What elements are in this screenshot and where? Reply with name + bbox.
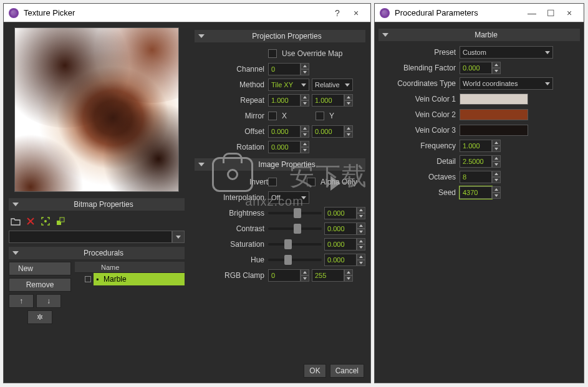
ok-button[interactable]: OK (304, 364, 325, 378)
spin-up[interactable] (301, 94, 309, 100)
saturation-input[interactable]: 0.000 (324, 238, 365, 251)
offset-x-input[interactable]: 0.000 (268, 125, 309, 138)
hue-slider[interactable] (268, 254, 322, 266)
spin-up[interactable] (357, 254, 365, 260)
spin-up[interactable] (301, 125, 309, 131)
maximize-button[interactable]: ☐ (541, 6, 560, 21)
octaves-input[interactable]: 8 (460, 171, 501, 183)
move-down-button[interactable]: ↓ (36, 294, 61, 308)
spin-down[interactable] (492, 161, 501, 168)
spin-up[interactable] (357, 207, 365, 213)
focus-icon[interactable] (40, 216, 51, 227)
vein-color-3-swatch[interactable] (460, 125, 528, 136)
settings-button[interactable]: ✲ (27, 310, 52, 324)
open-folder-icon[interactable] (10, 216, 21, 227)
spin-down[interactable] (344, 275, 353, 282)
spin-down[interactable] (301, 69, 309, 75)
detail-input[interactable]: 2.5000 (460, 155, 501, 168)
spin-down[interactable] (357, 229, 365, 235)
repeat-x-input[interactable]: 1.000 (268, 94, 309, 107)
image-properties-header[interactable]: Image Properties (195, 158, 365, 171)
input-value: 8 (460, 171, 492, 183)
help-button[interactable]: ? (328, 6, 347, 21)
spin-up[interactable] (301, 141, 309, 147)
field-label: RGB Clamp (195, 271, 268, 280)
spin-down[interactable] (492, 68, 501, 74)
titlebar: Texture Picker ? × (4, 4, 370, 22)
close-button[interactable]: × (560, 6, 579, 21)
saturation-slider[interactable] (268, 238, 322, 251)
spin-up[interactable] (344, 125, 353, 131)
spin-up[interactable] (344, 94, 353, 100)
contrast-input[interactable]: 0.000 (324, 222, 365, 235)
spin-up[interactable] (301, 63, 309, 69)
channel-input[interactable]: 0 (268, 63, 309, 75)
hue-input[interactable]: 0.000 (324, 254, 365, 266)
spin-down[interactable] (357, 260, 365, 266)
spin-up[interactable] (344, 269, 353, 275)
procedurals-header[interactable]: Procedurals (9, 247, 185, 259)
vein-color-2-swatch[interactable] (460, 109, 528, 120)
bitmap-path-field[interactable] (9, 231, 172, 243)
use-override-checkbox[interactable] (268, 49, 277, 58)
blending-factor-input[interactable]: 0.000 (460, 62, 501, 74)
bitmap-path-dropdown[interactable] (172, 231, 185, 243)
method-mode-dropdown[interactable]: Relative (312, 79, 353, 91)
rotation-input[interactable]: 0.000 (268, 141, 309, 153)
invert-checkbox[interactable] (268, 178, 277, 186)
bitmap-properties-header[interactable]: Bitmap Properties (9, 198, 185, 211)
spin-up[interactable] (492, 62, 501, 68)
mirror-y-checkbox[interactable] (316, 112, 324, 120)
brightness-slider[interactable] (268, 207, 322, 219)
new-button[interactable]: New (9, 262, 71, 275)
spin-down[interactable] (492, 177, 501, 183)
spin-down[interactable] (301, 131, 309, 138)
spin-up[interactable] (357, 238, 365, 244)
contrast-slider[interactable] (268, 222, 322, 235)
alpha-only-checkbox[interactable] (307, 178, 316, 186)
coordinates-type-dropdown[interactable]: World coordinates (460, 77, 553, 90)
spin-down[interactable] (301, 275, 309, 282)
brightness-input[interactable]: 0.000 (324, 207, 365, 219)
spin-up[interactable] (492, 171, 501, 177)
spin-up[interactable] (357, 222, 365, 229)
method-dropdown[interactable]: Tile XY (268, 79, 309, 91)
mirror-x-checkbox[interactable] (268, 112, 277, 120)
interpolation-dropdown[interactable]: Off (268, 191, 309, 204)
projection-properties-header[interactable]: Projection Properties (195, 30, 365, 42)
seed-input[interactable]: 4370 (460, 186, 501, 199)
spin-down[interactable] (301, 100, 309, 107)
spin-up[interactable] (301, 269, 309, 275)
spin-up[interactable] (492, 186, 501, 193)
frequency-input[interactable]: 1.000 (460, 140, 501, 152)
vein-color-1-swatch[interactable] (460, 93, 528, 105)
tree-toggle-icon[interactable] (85, 276, 91, 282)
swap-icon[interactable] (55, 216, 66, 227)
spin-down[interactable] (344, 131, 353, 138)
spin-up[interactable] (492, 155, 501, 161)
spin-down[interactable] (357, 213, 365, 219)
rgb-clamp-high-input[interactable]: 255 (312, 269, 353, 282)
spin-down[interactable] (357, 244, 365, 251)
spin-down[interactable] (301, 147, 309, 153)
window-title: Procedural Parameters (395, 8, 523, 17)
close-button[interactable]: × (347, 6, 365, 21)
field-label: Coordinates Type (378, 79, 460, 88)
delete-icon[interactable] (25, 216, 36, 227)
marble-section-header[interactable]: Marble (378, 29, 580, 41)
repeat-y-input[interactable]: 1.000 (312, 94, 353, 107)
preset-dropdown[interactable]: Custom (460, 46, 553, 59)
spin-down[interactable] (492, 193, 501, 199)
cancel-button[interactable]: Cancel (330, 364, 364, 378)
spin-down[interactable] (344, 100, 353, 107)
rgb-clamp-low-input[interactable]: 0 (268, 269, 309, 282)
input-value: 0.000 (324, 238, 357, 251)
minimize-button[interactable]: — (523, 6, 541, 21)
offset-y-input[interactable]: 0.000 (312, 125, 353, 138)
move-up-button[interactable]: ↑ (9, 294, 34, 308)
spin-down[interactable] (492, 146, 501, 152)
spin-up[interactable] (492, 140, 501, 146)
remove-button[interactable]: Remove (9, 278, 71, 292)
procedurals-tree[interactable]: Name ▪ Marble (75, 262, 185, 324)
tree-item-marble[interactable]: ▪ Marble (94, 273, 185, 285)
